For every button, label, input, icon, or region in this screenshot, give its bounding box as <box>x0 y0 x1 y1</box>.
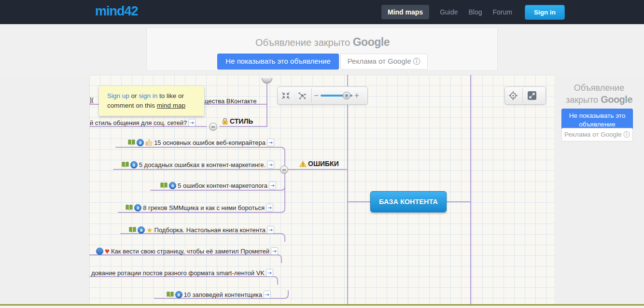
signin-tooltip: Sign up or sign in to like or comment on… <box>99 86 204 116</box>
google-logo: Google <box>353 36 390 48</box>
lock-icon <box>222 118 228 125</box>
node-link-arrow-icon[interactable] <box>267 226 274 234</box>
node-label: 5 досадных ошибках в контент-маркетинге. <box>139 161 266 168</box>
node-link-arrow-icon[interactable] <box>266 269 273 277</box>
collapse-toggle[interactable] <box>280 166 288 174</box>
node-link-arrow-icon[interactable] <box>271 247 278 255</box>
side-ad-line1: Объявление <box>574 83 624 93</box>
ad-buttons: Не показывать это объявление Реклама от … <box>147 54 498 70</box>
info-icon[interactable]: ⓘ <box>413 57 420 65</box>
node-link-arrow-icon[interactable] <box>266 204 273 211</box>
priority-badge: 8 <box>134 204 141 211</box>
sign-in-button[interactable]: Sign in <box>525 5 565 20</box>
mind42-window: mind42 Mind maps Guide Blog Forum Sign i… <box>0 0 644 308</box>
map-node[interactable]: СТИЛЬ <box>222 117 253 126</box>
node-label: СТИЛЬ <box>230 117 253 125</box>
nav-item-forum[interactable]: Forum <box>493 8 512 16</box>
node-label: 10 заповедей контентщика <box>184 291 263 298</box>
node-link-arrow-icon[interactable] <box>269 182 276 189</box>
tooltip-text: or <box>129 92 139 99</box>
zoom-slider-knob[interactable] <box>343 92 350 99</box>
fullscreen-icon[interactable] <box>524 87 540 104</box>
ads-by-label: Реклама от Google <box>348 57 411 65</box>
book-icon <box>126 205 133 210</box>
zoom-out-button[interactable]: − <box>313 91 320 100</box>
priority-badge: 9 <box>138 226 145 234</box>
map-node[interactable]: 9★Подборка. Настольная книга контента <box>129 225 274 234</box>
tooltip-sign-up-link[interactable]: Sign up <box>107 92 129 99</box>
map-node[interactable]: 815 основных ошибок веб-копирайтера <box>128 138 274 147</box>
priority-badge: 8 <box>175 291 182 298</box>
book-icon <box>122 162 129 168</box>
side-ad-line2: закрыто <box>566 95 598 105</box>
node-label: дование ротации постов разного формата s… <box>91 269 265 277</box>
top-nav: mind42 Mind maps Guide Blog Forum Sign i… <box>0 0 644 24</box>
map-node[interactable]: ♥Как вести свою страницу, чтобы её замет… <box>96 247 278 255</box>
side-ad: Объявление закрыто Google Не показывать … <box>554 75 644 308</box>
navigate-toolbar <box>504 86 546 105</box>
root-node[interactable]: БАЗА КОНТЕНТА <box>370 191 447 212</box>
node-link-arrow-icon[interactable] <box>264 291 271 298</box>
tooltip-sign-in-link[interactable]: sign in <box>139 92 157 99</box>
node-label: ОШИБКИ <box>308 160 339 168</box>
star-icon: ★ <box>146 226 153 234</box>
map-node[interactable]: ]( <box>90 95 94 104</box>
map-node[interactable]: ОШИБКИ <box>299 159 339 168</box>
mind42-logo[interactable]: mind42 <box>95 4 138 19</box>
node-link-arrow-icon[interactable] <box>267 161 274 168</box>
nav-item-guide[interactable]: Guide <box>440 8 458 16</box>
map-node[interactable]: й стиль общения для соц. сетей? <box>90 118 196 127</box>
priority-badge: 8 <box>130 161 138 168</box>
priority-badge: 6 <box>169 182 176 189</box>
book-icon <box>160 182 168 188</box>
nav-items: Mind maps Guide Blog Forum Sign in <box>381 0 565 24</box>
node-label: 15 основных ошибок веб-копирайтера <box>154 139 266 146</box>
node-label: щества ВКонтакте <box>203 98 256 105</box>
thumbs-icon <box>145 139 153 146</box>
map-node[interactable]: 88 грехов SMMщика и как с ними бороться <box>126 203 273 212</box>
heart-icon: ♥ <box>105 247 110 255</box>
ads-by-google-button[interactable]: Реклама от Google ⓘ <box>340 54 428 70</box>
map-node[interactable]: 810 заповедей контентщика <box>167 290 271 299</box>
side-ad-closed-text: Объявление закрыто Google <box>554 83 644 106</box>
map-node[interactable]: дование ротации постов разного формата s… <box>91 268 273 277</box>
map-node[interactable]: щества ВКонтакте <box>203 97 256 105</box>
priority-badge <box>96 248 103 255</box>
map-node[interactable]: 85 досадных ошибках в контент-маркетинге… <box>122 160 274 169</box>
map-node[interactable]: 65 ошибок контент-маркетолога <box>160 181 276 190</box>
nav-item-blog[interactable]: Blog <box>468 8 482 16</box>
ad-closed-label: Объявление закрыто <box>255 37 350 48</box>
book-icon <box>128 140 135 145</box>
book-icon <box>167 292 174 297</box>
zoom-toolbar: − + <box>277 86 368 105</box>
collapse-all-icon[interactable] <box>278 87 294 104</box>
tooltip-mind-map-link[interactable]: mind map <box>157 102 185 109</box>
collapse-toggle[interactable] <box>209 123 217 131</box>
node-label: Подборка. Настольная книга контента <box>154 226 266 234</box>
node-label: й стиль общения для соц. сетей? <box>90 119 187 126</box>
node-link-arrow-icon[interactable] <box>188 119 196 126</box>
dismiss-ad-button[interactable]: Не показывать это объявление <box>217 54 338 70</box>
top-ad-banner: Объявление закрыто Google Не показывать … <box>0 24 644 75</box>
toolbar-divider <box>522 88 523 103</box>
zoom-slider[interactable] <box>321 95 352 97</box>
layout-graph-icon[interactable] <box>294 87 310 104</box>
node-label: 5 ошибок контент-маркетолога <box>178 182 267 189</box>
node-link-arrow-icon[interactable] <box>267 139 274 146</box>
node-label: Как вести свою страницу, чтобы её замети… <box>111 248 269 255</box>
bottom-strip <box>0 306 644 308</box>
center-map-icon[interactable] <box>505 87 521 104</box>
side-ads-by-google-button[interactable]: Реклама от Google ⓘ <box>561 128 633 141</box>
toolbar-divider <box>311 88 312 103</box>
zoom-in-button[interactable]: + <box>353 91 360 100</box>
top-ad-panel: Объявление закрыто Google Не показывать … <box>146 28 498 71</box>
node-label: 8 грехов SMMщика и как с ними бороться <box>143 204 265 211</box>
node-label: ]( <box>90 96 94 103</box>
book-icon <box>129 227 136 233</box>
ad-closed-text: Объявление закрыто Google <box>147 36 498 49</box>
priority-badge: 8 <box>137 139 144 146</box>
nav-item-mind-maps[interactable]: Mind maps <box>381 5 429 19</box>
google-logo: Google <box>601 94 632 105</box>
warning-icon <box>299 161 307 167</box>
